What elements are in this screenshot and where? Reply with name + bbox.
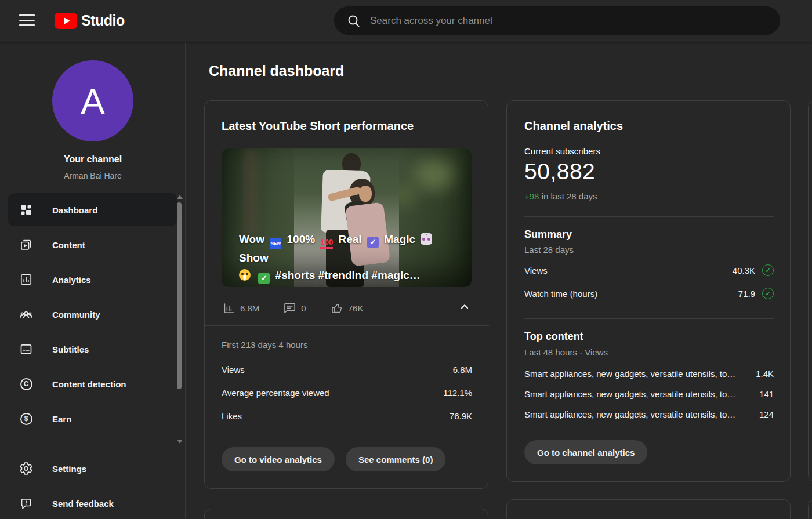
youtube-play-icon xyxy=(55,13,77,29)
card-divider xyxy=(524,216,774,217)
check-circle-icon: ✓ xyxy=(762,264,774,276)
hundred-emoji: 100 xyxy=(320,238,333,249)
subscriber-delta: +98 in last 28 days xyxy=(524,191,597,201)
sidebar-item-content[interactable]: Content xyxy=(0,227,186,262)
subtitles-icon xyxy=(19,342,33,356)
top-content-title: Top content xyxy=(524,331,583,343)
sidebar-item-analytics[interactable]: Analytics xyxy=(0,262,186,297)
metric-row-avg-percentage: Average percentage viewed112.1% xyxy=(222,388,472,401)
partial-card xyxy=(808,499,812,519)
sidebar-item-label: Dashboard xyxy=(52,205,97,215)
go-to-channel-analytics-button[interactable]: Go to channel analytics xyxy=(524,440,647,464)
scroll-up-icon[interactable] xyxy=(177,195,183,199)
your-channel-label: Your channel xyxy=(0,154,186,165)
top-content-row[interactable]: Smart appliances, new gadgets, versatile… xyxy=(524,369,774,379)
sidebar-scrollbar-thumb[interactable] xyxy=(177,202,182,389)
community-icon xyxy=(19,307,33,321)
sidebar-item-label: Subtitles xyxy=(52,344,89,354)
sidebar-item-label: Earn xyxy=(52,414,71,424)
sidebar-item-label: Community xyxy=(52,310,100,320)
scroll-down-icon[interactable] xyxy=(177,440,183,444)
analytics-card-title: Channel analytics xyxy=(524,119,623,133)
sidebar-item-subtitles[interactable]: Subtitles xyxy=(0,332,186,366)
top-content-row[interactable]: Smart appliances, new gadgets, versatile… xyxy=(524,409,774,419)
green-check-emoji: ✓ xyxy=(258,273,270,284)
sidebar-footer: Settings Send feedback xyxy=(0,451,186,519)
see-comments-button[interactable]: See comments (0) xyxy=(346,447,445,471)
go-to-video-analytics-button[interactable]: Go to video analytics xyxy=(222,447,335,471)
short-stats-row: 6.8M 0 76K xyxy=(223,299,471,317)
video-age-text: First 213 days 4 hours xyxy=(222,340,307,350)
feedback-icon xyxy=(19,496,33,510)
card-divider xyxy=(524,318,774,319)
youtube-studio-logo[interactable]: Studio xyxy=(55,12,125,29)
short-card-title: Latest YouTube Short performance xyxy=(222,119,414,133)
sidebar-item-community[interactable]: Community xyxy=(0,297,186,332)
comment-icon xyxy=(284,302,296,314)
sidebar-divider xyxy=(0,444,186,444)
comments-stat: 0 xyxy=(284,302,306,314)
partial-card xyxy=(204,509,488,519)
video-title-overlay: Wow NEW 100% 100 Real ✓ Magic Show ✓ #sh… xyxy=(239,231,466,284)
sidebar: A Your channel Arman Bai Hare Dashboard xyxy=(0,42,186,519)
channel-avatar[interactable]: A xyxy=(52,60,133,141)
channel-name: Arman Bai Hare xyxy=(0,171,186,180)
analytics-icon xyxy=(19,273,33,286)
copyright-icon: C xyxy=(19,377,33,391)
partial-card xyxy=(808,100,812,482)
sidebar-item-earn[interactable]: $ Earn xyxy=(0,401,186,436)
search-bar[interactable] xyxy=(334,6,780,35)
views-stat: 6.8M xyxy=(223,302,259,314)
page-title: Channel dashboard xyxy=(209,63,344,79)
summary-row-watch-time: Watch time (hours) 71.9 ✓ xyxy=(524,288,774,299)
sidebar-item-label: Content detection xyxy=(52,379,126,389)
sidebar-nav: Dashboard Content Analytics xyxy=(0,193,186,436)
sidebar-item-settings[interactable]: Settings xyxy=(0,451,186,486)
bar-chart-icon xyxy=(223,302,235,314)
check-circle-icon: ✓ xyxy=(762,288,774,299)
sidebar-item-label: Settings xyxy=(52,464,86,474)
studio-wordmark: Studio xyxy=(81,12,125,29)
scream-emoji xyxy=(239,269,251,281)
card-divider xyxy=(205,325,489,326)
top-content-row[interactable]: Smart appliances, new gadgets, versatile… xyxy=(524,389,774,399)
channel-analytics-card: Channel analytics Current subscribers 50… xyxy=(506,100,791,482)
sidebar-item-dashboard[interactable]: Dashboard xyxy=(0,193,186,227)
content-icon xyxy=(19,238,33,252)
new-emoji: NEW xyxy=(270,238,281,249)
metric-row-likes: Likes76.9K xyxy=(222,411,472,424)
current-subscribers-label: Current subscribers xyxy=(524,146,600,156)
ballot-check-emoji: ✓ xyxy=(367,237,379,248)
sidebar-item-send-feedback[interactable]: Send feedback xyxy=(0,486,186,519)
sidebar-item-label: Send feedback xyxy=(52,499,114,509)
metric-row-views: Views6.8M xyxy=(222,365,472,378)
summary-subtitle: Last 28 days xyxy=(524,245,574,255)
sidebar-item-content-detection[interactable]: C Content detection xyxy=(0,366,186,401)
sidebar-item-label: Analytics xyxy=(52,275,91,285)
menu-icon[interactable] xyxy=(19,14,35,27)
likes-stat: 76K xyxy=(331,302,364,314)
sidebar-item-label: Content xyxy=(52,240,85,250)
search-icon xyxy=(347,14,361,28)
search-input[interactable] xyxy=(370,15,772,27)
dollar-icon: $ xyxy=(19,412,33,426)
gear-icon xyxy=(19,462,33,476)
dashboard-icon xyxy=(19,203,33,217)
top-bar: Studio xyxy=(0,0,812,42)
short-video-thumbnail[interactable]: Wow NEW 100% 100 Real ✓ Magic Show ✓ #sh… xyxy=(222,148,472,287)
subscriber-count: 50,882 xyxy=(524,159,595,184)
summary-row-views: Views 40.3K ✓ xyxy=(524,264,774,276)
robot-emoji xyxy=(420,233,432,245)
thumbs-up-icon xyxy=(331,302,343,314)
partial-card xyxy=(506,499,791,519)
latest-short-card: Latest YouTube Short performance Wow NEW… xyxy=(204,100,488,489)
top-content-subtitle: Last 48 hours · Views xyxy=(524,347,608,357)
summary-title: Summary xyxy=(524,228,572,241)
chevron-up-icon[interactable] xyxy=(458,300,471,315)
